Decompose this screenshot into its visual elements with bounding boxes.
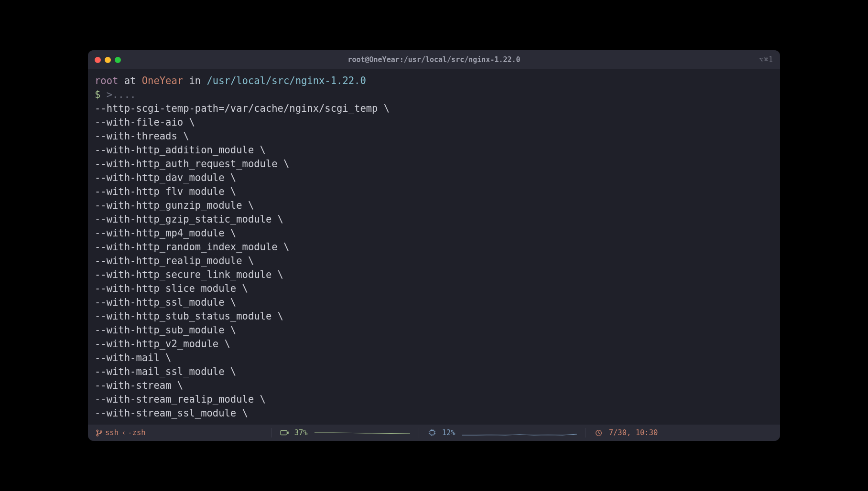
output-line: --with-http_flv_module \ xyxy=(95,186,236,197)
close-button[interactable] xyxy=(95,57,101,63)
output-line: --with-http_secure_link_module \ xyxy=(95,269,283,280)
output-line: --with-http_gzip_static_module \ xyxy=(95,213,283,225)
svg-rect-5 xyxy=(430,431,434,435)
prompt-continuation: >.... xyxy=(107,89,136,100)
output-line: --with-stream \ xyxy=(95,380,183,391)
output-line: --with-stream_realip_module \ xyxy=(95,394,266,405)
output-line: --with-http_sub_module \ xyxy=(95,324,236,336)
battery-sparkline xyxy=(315,428,410,437)
statusbar: ssh ‹ -zsh 37% 12% xyxy=(88,425,780,441)
cpu-icon xyxy=(428,428,436,437)
output-line: --with-stream_ssl_module \ xyxy=(95,407,248,419)
prompt-in: in xyxy=(189,75,201,86)
hotkey-indicator: ⌥⌘1 xyxy=(759,55,773,64)
git-branch-icon xyxy=(95,428,103,437)
svg-rect-3 xyxy=(281,431,287,435)
terminal-body[interactable]: root at OneYear in /usr/local/src/nginx-… xyxy=(88,69,780,425)
battery-percent: 37% xyxy=(294,428,308,437)
output-line: --with-mail \ xyxy=(95,352,171,363)
battery-icon xyxy=(280,428,289,437)
prompt-symbol: $ xyxy=(95,89,100,100)
terminal-window: root@OneYear:/usr/local/src/nginx-1.22.0… xyxy=(88,50,780,441)
svg-point-2 xyxy=(100,431,101,432)
cpu-percent: 12% xyxy=(442,428,456,437)
output-line: --with-http_realip_module \ xyxy=(95,255,254,267)
output-line: --with-http_addition_module \ xyxy=(95,144,266,156)
prompt-user: root xyxy=(95,75,118,86)
svg-rect-4 xyxy=(287,432,288,434)
output-line: --with-http_gunzip_module \ xyxy=(95,200,254,211)
clock-icon xyxy=(595,428,603,437)
output-line: --with-http_ssl_module \ xyxy=(95,297,236,308)
datetime: 7/30, 10:30 xyxy=(609,428,658,437)
svg-point-0 xyxy=(97,430,98,431)
separator xyxy=(271,428,271,438)
output-line: --with-http_auth_request_module \ xyxy=(95,158,289,170)
prompt-host: OneYear xyxy=(142,75,183,86)
output-line: --with-http_v2_module \ xyxy=(95,338,230,350)
output-line: --http-scgi-temp-path=/var/cache/nginx/s… xyxy=(95,103,390,114)
cpu-sparkline xyxy=(462,428,577,437)
output-line: --with-mail_ssl_module \ xyxy=(95,366,236,377)
output-line: --with-file-aio \ xyxy=(95,117,195,128)
zoom-button[interactable] xyxy=(115,57,121,63)
prompt-at: at xyxy=(124,75,136,86)
caret-left-icon: ‹ xyxy=(121,428,126,437)
shell-name: -zsh xyxy=(128,428,145,437)
output-line: --with-threads \ xyxy=(95,130,189,142)
output-line: --with-http_mp4_module \ xyxy=(95,227,236,239)
output-line: --with-http_random_index_module \ xyxy=(95,241,289,253)
minimize-button[interactable] xyxy=(105,57,111,63)
status-left: ssh ‹ -zsh xyxy=(95,428,149,437)
window-title: root@OneYear:/usr/local/src/nginx-1.22.0 xyxy=(88,55,780,64)
output-line: --with-http_dav_module \ xyxy=(95,172,236,183)
separator xyxy=(586,428,586,438)
traffic-lights xyxy=(95,57,121,63)
output-line: --with-http_slice_module \ xyxy=(95,283,248,294)
git-branch-name: ssh xyxy=(105,428,119,437)
separator xyxy=(419,428,419,438)
titlebar: root@OneYear:/usr/local/src/nginx-1.22.0… xyxy=(88,50,780,69)
prompt-path: /usr/local/src/nginx-1.22.0 xyxy=(207,75,366,86)
svg-point-1 xyxy=(97,434,98,436)
output-line: --with-http_stub_status_module \ xyxy=(95,310,283,322)
